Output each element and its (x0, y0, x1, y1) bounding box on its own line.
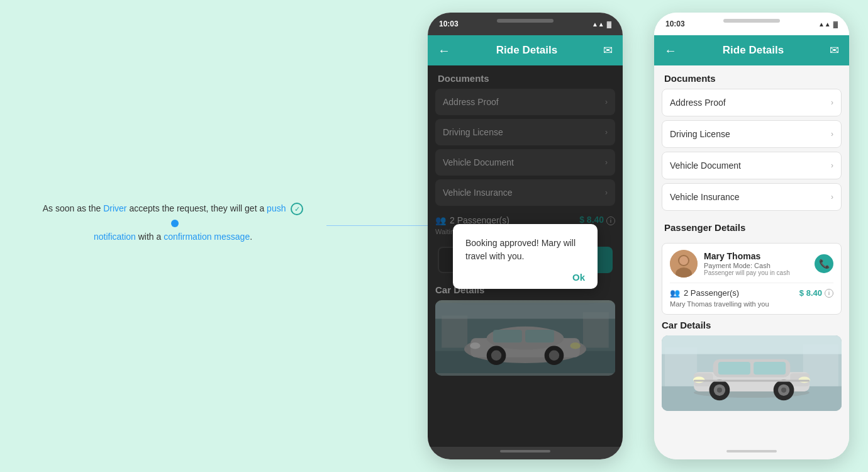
connector-line (326, 225, 430, 226)
doc-label-vehicle-document-2: Vehicle Document (670, 160, 741, 171)
status-bar-2: 10:03 ▲▲ ▓ (654, 13, 849, 35)
doc-label-address-proof-2: Address Proof (670, 98, 726, 108)
car-svg-2 (662, 335, 842, 411)
passenger-pay-note: Passenger will pay you in cash (704, 269, 790, 276)
svg-rect-31 (754, 362, 786, 374)
pill-notch-1 (497, 19, 554, 23)
doc-item-driving-license-2[interactable]: Driving License › (662, 120, 842, 148)
svg-rect-40 (694, 379, 810, 381)
doc-list-2: Address Proof › Driving License › Vehicl… (654, 89, 849, 211)
svg-rect-24 (662, 335, 842, 354)
passenger-price-2: $ 8.40 i (799, 288, 833, 298)
doc-item-vehicle-document-2[interactable]: Vehicle Document › (662, 152, 842, 179)
doc-label-driving-license-2: Driving License (670, 129, 730, 139)
wifi-icon-2: ▲▲ (818, 21, 831, 28)
passenger-details-text: Mary Thomas Payment Mode: Cash Passenger… (704, 251, 790, 276)
car-details-title-2: Car Details (662, 317, 842, 335)
passenger-top: Mary Thomas Payment Mode: Cash Passenger… (670, 250, 833, 278)
check-icon: ✓ (291, 203, 303, 215)
chevron-icon-8: › (831, 193, 833, 201)
passenger-avatar (670, 250, 698, 278)
time-2: 10:03 (665, 20, 685, 28)
wifi-icon-1: ▲▲ (592, 21, 604, 28)
svg-point-37 (781, 387, 786, 392)
dialog-box: Booking approved! Mary will travel with … (453, 224, 598, 289)
battery-icon-2: ▓ (833, 21, 838, 28)
passenger-info: Mary Thomas Payment Mode: Cash Passenger… (670, 250, 790, 278)
phone-frame-1: 10:03 ▲▲ ▓ ← Ride Details ✉ Documents Ad… (428, 13, 623, 459)
passenger-count-row-2: 👥 2 Passenger(s) $ 8.40 i (670, 283, 833, 298)
home-bar-2 (726, 450, 777, 452)
phone2-content: Documents Address Proof › Driving Licens… (654, 65, 849, 447)
pill-notch-2 (723, 19, 780, 23)
phone1-content: Documents Address Proof › Driving Licens… (428, 65, 623, 447)
annotation-text: As soon as the Driver accepts the reques… (38, 201, 308, 244)
message-icon-1[interactable]: ✉ (603, 43, 613, 57)
message-icon-2[interactable]: ✉ (830, 43, 839, 57)
passenger-section-2: Mary Thomas Payment Mode: Cash Passenger… (654, 238, 849, 315)
dialog-overlay: Booking approved! Mary will travel with … (428, 65, 623, 447)
app-header-2: ← Ride Details ✉ (654, 35, 849, 65)
svg-point-34 (717, 387, 722, 392)
dialog-ok-button[interactable]: Ok (465, 272, 585, 283)
annotation-line2: notification with a confirmation message… (94, 232, 252, 242)
svg-rect-30 (718, 362, 750, 374)
passenger-count-2: 👥 2 Passenger(s) (670, 288, 739, 298)
passenger-payment: Payment Mode: Cash (704, 262, 790, 269)
dialog-message: Booking approved! Mary will travel with … (465, 237, 585, 263)
travel-note: Mary Thomas travelling with you (670, 300, 833, 308)
back-button-2[interactable]: ← (664, 43, 677, 58)
chevron-icon-5: › (831, 98, 833, 107)
chevron-icon-6: › (831, 130, 833, 138)
header-title-1: Ride Details (496, 44, 557, 57)
status-icons-1: ▲▲ ▓ (592, 21, 611, 28)
status-icons-2: ▲▲ ▓ (818, 21, 838, 28)
passengers-icon-2: 👥 (670, 288, 680, 298)
home-indicator-2 (654, 447, 849, 459)
call-icon[interactable]: 📞 (815, 254, 833, 273)
info-icon-2: i (825, 289, 833, 298)
doc-label-vehicle-insurance-2: Vehicle Insurance (670, 192, 740, 202)
svg-point-19 (679, 256, 688, 265)
passenger-details-title-2: Passenger Details (654, 215, 849, 238)
app-header-1: ← Ride Details ✉ (428, 35, 623, 65)
home-bar-1 (500, 450, 550, 452)
time-1: 10:03 (439, 20, 459, 28)
svg-point-38 (693, 376, 704, 383)
dot-icon (171, 220, 179, 227)
chevron-icon-7: › (831, 161, 833, 170)
svg-point-39 (799, 376, 810, 383)
back-button-1[interactable]: ← (438, 43, 450, 58)
car-image-2 (662, 335, 842, 411)
car-section-2: Car Details (654, 315, 849, 416)
header-title-2: Ride Details (723, 44, 784, 57)
doc-item-address-proof-2[interactable]: Address Proof › (662, 89, 842, 116)
battery-icon-1: ▓ (607, 21, 611, 28)
passenger-name: Mary Thomas (704, 251, 790, 261)
status-bar-1: 10:03 ▲▲ ▓ (428, 13, 623, 35)
doc-item-vehicle-insurance-2[interactable]: Vehicle Insurance › (662, 183, 842, 211)
annotation-line1: As soon as the Driver accepts the reques… (43, 203, 304, 227)
documents-title-2: Documents (654, 65, 849, 89)
phone-frame-2: 10:03 ▲▲ ▓ ← Ride Details ✉ Documents Ad… (654, 13, 849, 459)
passenger-card: Mary Thomas Payment Mode: Cash Passenger… (662, 243, 842, 315)
home-indicator-1 (428, 447, 623, 459)
